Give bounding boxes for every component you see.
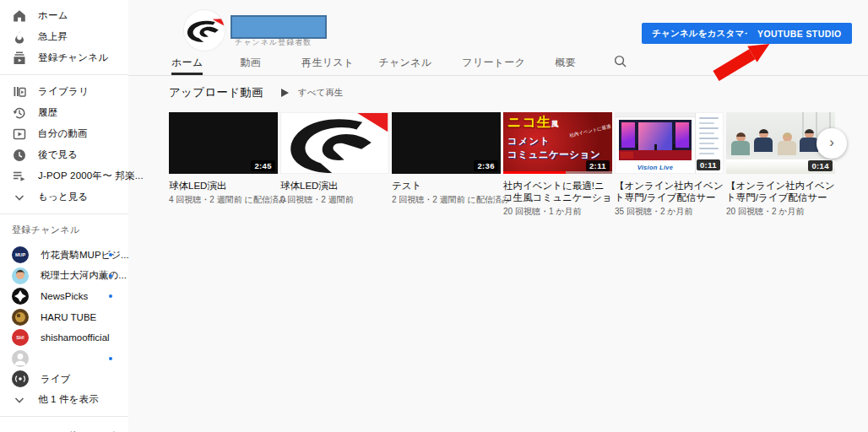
sidebar-item-show-more[interactable]: もっと見る xyxy=(0,186,128,208)
video-meta: 2 回視聴・2 週間前 に配信済み xyxy=(392,194,501,206)
video-thumbnail: 2:36 xyxy=(392,112,501,174)
video-card[interactable]: 2:45 球体LED演出 4 回視聴・2 週間前 に配信済み xyxy=(169,112,278,218)
channel-logo-icon xyxy=(184,10,225,51)
watch-progress-bar xyxy=(503,171,612,174)
video-card[interactable]: 0:14 【オンライン社内イベント専門/ライブ配信サービス・... 20 回視聴… xyxy=(726,112,835,218)
duration-badge: 0:11 xyxy=(697,159,720,170)
subscriptions-header: 登録チャンネル xyxy=(0,220,128,238)
channel-avatar xyxy=(12,288,29,305)
channel-search-button[interactable] xyxy=(613,51,627,75)
thumbnail-overlay-text: コメント xyxy=(507,135,551,148)
sidebar-item-history[interactable]: 履歴 xyxy=(0,102,128,123)
channel-avatar: MUP xyxy=(12,246,29,263)
sidebar-item-your-videos[interactable]: 自分の動画 xyxy=(0,123,128,144)
home-icon xyxy=(12,8,27,24)
sidebar-item-label: 履歴 xyxy=(38,106,57,119)
chevron-down-icon xyxy=(12,392,27,408)
video-title: 【オンライン社内イベント専門/ライブ配信サービス・チ... xyxy=(615,180,724,203)
video-thumbnail: 2:45 xyxy=(169,112,278,174)
thumbnail-overlay-text: 社内イベントに最適 xyxy=(568,123,612,138)
channel-avatar xyxy=(12,309,29,326)
sidebar-item-label: 急上昇 xyxy=(38,30,68,43)
tab-home[interactable]: ホーム xyxy=(171,51,203,75)
channel-avatar xyxy=(184,10,225,51)
tab-playlists[interactable]: 再生リスト xyxy=(301,51,354,75)
video-thumbnail xyxy=(280,112,389,174)
video-title: 社内イベントに最適!ニコ生風コミュニケーション xyxy=(503,180,612,203)
video-card[interactable]: Vision Live 0:11 【オンライン社内イベント専門/ライブ配信サービ… xyxy=(615,112,724,218)
sidebar-item-label: もっと見る xyxy=(38,191,89,203)
vision-live-logo: Vision Live xyxy=(616,164,695,171)
video-card[interactable]: 2:36 テスト 2 回視聴・2 週間前 に配信済み xyxy=(392,112,501,218)
sidebar-divider xyxy=(0,74,128,75)
video-carousel: 2:45 球体LED演出 4 回視聴・2 週間前 に配信済み 球体LED演出 xyxy=(169,112,868,218)
video-thumbnail: Vision Live 0:11 xyxy=(615,112,724,174)
trending-fire-icon xyxy=(12,30,27,45)
subscription-channel-label: ライブ xyxy=(41,373,70,386)
sidebar-item-label: J-POP 2000年〜 邦楽... xyxy=(38,170,144,182)
subscription-channel[interactable]: MUP 竹花貴騎MUPビジ... xyxy=(0,245,128,266)
subscription-channel-label: NewsPicks xyxy=(41,291,88,301)
sidebar-item-subscriptions[interactable]: 登録チャンネル xyxy=(0,47,128,68)
play-icon xyxy=(281,89,289,97)
carousel-next-button[interactable]: › xyxy=(816,128,847,159)
video-thumbnail: ニコ生風 社内イベントに最適 コメント コミュニケーション 2:11 xyxy=(503,112,612,174)
subscription-channel[interactable]: HARU TUBE xyxy=(0,307,128,328)
video-meta: 35 回視聴・2 か月前 xyxy=(615,206,724,218)
sidebar-item-home[interactable]: ホーム xyxy=(0,5,128,26)
channel-name-redaction xyxy=(231,15,327,39)
play-all-button[interactable]: すべて再生 xyxy=(281,87,343,99)
duration-badge: 0:14 xyxy=(808,160,833,171)
live-broadcast-icon xyxy=(12,370,29,387)
subscription-channel-label: 竹花貴騎MUPビジ... xyxy=(41,249,129,262)
new-activity-dot xyxy=(109,274,112,278)
default-person-avatar xyxy=(12,350,29,367)
watch-progress-fill xyxy=(503,171,566,174)
sidebar-item-playlist-jpop[interactable]: J-POP 2000年〜 邦楽... xyxy=(0,165,128,186)
video-title: 【オンライン社内イベント専門/ライブ配信サービス・... xyxy=(726,180,835,203)
tab-about[interactable]: 概要 xyxy=(555,51,576,75)
history-icon xyxy=(12,105,27,121)
thumbnail-overlay-text: ニコ生風 xyxy=(507,114,559,132)
tab-channels[interactable]: チャンネル xyxy=(378,51,431,75)
sidebar-item-watch-later[interactable]: 後で見る xyxy=(0,144,128,165)
sidebar-item-label: 登録チャンネル xyxy=(38,51,108,64)
video-card[interactable]: ニコ生風 社内イベントに最適 コメント コミュニケーション 2:11 社内イベン… xyxy=(503,112,612,218)
thumbnail-overlay-text: コミュニケーション xyxy=(507,148,600,161)
subscription-channel-label: 税理士大河内薫の... xyxy=(41,269,127,282)
uploads-section: アップロード動画 すべて再生 2:45 球体LED演出 4 回視聴・2 週間前 … xyxy=(169,84,868,218)
video-meta: 0 回視聴・2 週間前 xyxy=(280,194,389,206)
sidebar-show-one-more[interactable]: 他 1 件を表示 xyxy=(0,390,128,411)
chevron-down-icon xyxy=(12,190,27,205)
sidebar-item-label: 後で見る xyxy=(38,148,78,161)
subscription-channel[interactable]: NewsPicks xyxy=(0,286,128,307)
subscription-channel[interactable]: 税理士大河内薫の... xyxy=(0,266,128,287)
sidebar-item-trending[interactable]: 急上昇 xyxy=(0,26,128,47)
subscription-channel-label: HARU TUBE xyxy=(41,312,96,322)
subscriptions-icon xyxy=(12,51,27,66)
library-icon xyxy=(12,84,27,100)
watch-later-icon xyxy=(12,148,27,163)
subscription-channel[interactable] xyxy=(0,348,128,370)
video-meta: 20 回視聴・1 か月前 xyxy=(503,206,612,218)
video-card[interactable]: 球体LED演出 0 回視聴・2 週間前 xyxy=(280,112,389,218)
your-videos-icon xyxy=(12,127,27,142)
subscription-channel-label: shishamoofficial xyxy=(41,332,110,343)
channel-avatar: SH! xyxy=(12,329,29,346)
new-activity-dot xyxy=(109,357,112,360)
g-logo-icon xyxy=(281,113,388,173)
uploads-section-title: アップロード動画 xyxy=(169,85,263,100)
new-activity-dot xyxy=(109,294,112,298)
tab-videos[interactable]: 動画 xyxy=(240,51,261,75)
subscription-channel[interactable]: SH! shishamoofficial xyxy=(0,327,128,348)
playlist-icon xyxy=(12,169,27,184)
subscription-channel-live[interactable]: ライブ xyxy=(0,369,128,390)
sidebar-footer-heading: YOUTUBE の他のサービス xyxy=(0,423,128,432)
tab-discussion[interactable]: フリートーク xyxy=(462,51,525,75)
video-title: テスト xyxy=(392,180,501,192)
sidebar-item-label: ライブラリ xyxy=(38,85,89,98)
channel-page: チャンネル登録者数 チャンネルをカスタマイズ YOUTUBE STUDIO ホー… xyxy=(128,0,868,432)
sidebar-item-library[interactable]: ライブラリ xyxy=(0,81,128,102)
video-meta: 4 回視聴・2 週間前 に配信済み xyxy=(169,194,278,206)
channel-avatar xyxy=(12,267,29,284)
